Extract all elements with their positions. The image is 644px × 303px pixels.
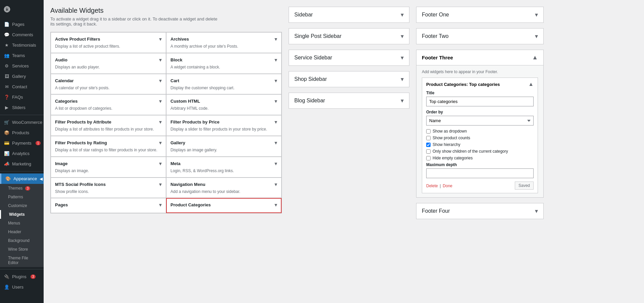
sidebar-toggle-icon: ▲ <box>532 54 538 61</box>
widget-categories[interactable]: Categories ▾ A list or dropdown of categ… <box>51 94 166 115</box>
submenu-themefile[interactable]: Theme File Editor <box>0 254 44 267</box>
delete-link[interactable]: Delete <box>426 184 438 188</box>
admin-menu: 🅦 📄Pages 💬Comments ★Testimonials 👥Teams … <box>0 0 44 303</box>
plugins-badge: 3 <box>31 274 36 279</box>
widget-meta[interactable]: Meta ▾ Login, RSS, & WordPress.org links… <box>166 157 282 178</box>
show-hierarchy-checkbox[interactable] <box>426 143 431 147</box>
sidebar-header-footer-two[interactable]: Footer Two ▾ <box>416 29 543 44</box>
sidebar-header-sidebar[interactable]: Sidebar ▾ <box>289 7 409 22</box>
expand-icon: ▾ <box>275 78 277 84</box>
hide-empty-row: Hide empty categories <box>426 156 534 160</box>
submenu-themes[interactable]: Themes 3 <box>0 184 44 193</box>
sidebar-header-footer-three[interactable]: Footer Three ▲ <box>416 50 543 65</box>
widget-active-product-filters[interactable]: Active Product Filters ▾ Display a list … <box>51 32 166 53</box>
wp-logo: 🅦 <box>0 3 44 16</box>
widget-image[interactable]: Image ▾ Displays an image. <box>51 157 166 178</box>
hide-empty-label: Hide empty categories <box>433 156 473 160</box>
sidebar-header-single-post[interactable]: Single Post Sidebar ▾ <box>289 29 409 44</box>
sidebar-item-sliders[interactable]: ▶Sliders <box>0 102 44 113</box>
sidebar-item-appearance[interactable]: 🎨 Appearance ◀ <box>0 173 44 184</box>
expand-icon: ▾ <box>275 140 277 146</box>
sidebar-item-marketing[interactable]: 📣Marketing <box>0 159 44 169</box>
widget-audio[interactable]: Audio ▾ Displays an audio player. <box>51 53 166 74</box>
max-depth-input[interactable] <box>426 168 534 178</box>
order-by-label: Order by <box>426 110 534 114</box>
sidebar-item-services[interactable]: ⚙Services <box>0 61 44 71</box>
sidebar-header-service[interactable]: Service Sidebar ▾ <box>289 50 409 65</box>
users-icon: 👤 <box>4 285 9 290</box>
sidebar-item-analytics[interactable]: 📊Analytics <box>0 148 44 159</box>
sidebar-item-contact[interactable]: ✉Contact <box>0 82 44 92</box>
sidebar-title: Service Sidebar <box>294 55 332 61</box>
sidebar-item-label: FAQs <box>12 95 23 100</box>
submenu-background[interactable]: Background <box>0 236 44 245</box>
sidebar-header-footer-four[interactable]: Footer Four ▾ <box>416 203 543 219</box>
marketing-icon: 📣 <box>4 161 9 166</box>
widget-filter-price[interactable]: Filter Products by Price ▾ Display a sli… <box>166 115 282 136</box>
sidebar-item-pages[interactable]: 📄Pages <box>0 19 44 30</box>
right-footers: Footer One ▾ Footer Two ▾ Footer Three ▲… <box>416 7 544 222</box>
hide-empty-checkbox[interactable] <box>426 156 431 160</box>
sidebar-item-label: Pages <box>12 22 24 27</box>
sidebar-area-service: Service Sidebar ▾ <box>289 50 409 66</box>
sidebar-item-teams[interactable]: 👥Teams <box>0 50 44 61</box>
widget-archives[interactable]: Archives ▾ A monthly archive of your sit… <box>166 32 282 53</box>
sidebar-title: Single Post Sidebar <box>294 33 342 39</box>
sidebar-item-faqs[interactable]: ❓FAQs <box>0 92 44 102</box>
submenu-header[interactable]: Header <box>0 228 44 236</box>
show-dropdown-checkbox[interactable] <box>426 129 431 134</box>
appearance-icon: 🎨 <box>5 176 11 181</box>
services-icon: ⚙ <box>4 63 9 68</box>
widget-mts-social[interactable]: MTS Social Profile Icons ▾ Show profile … <box>51 178 166 198</box>
expand-icon: ▾ <box>275 57 277 63</box>
sidebar-item-gallery[interactable]: 🖼Gallery <box>0 71 44 82</box>
sidebar-item-testimonials[interactable]: ★Testimonials <box>0 40 44 50</box>
submenu-menus[interactable]: Menus <box>0 219 44 228</box>
title-field-row: Title <box>426 91 534 106</box>
sidebar-item-products[interactable]: 📦Products <box>0 128 44 138</box>
teams-icon: 👥 <box>4 53 9 58</box>
widget-pages[interactable]: Pages ▾ <box>51 198 166 213</box>
widget-product-categories[interactable]: Product Categories ▾ <box>166 198 282 213</box>
sidebar-header-shop[interactable]: Shop Sidebar ▾ <box>289 71 409 87</box>
sidebar-toggle-icon: ▾ <box>401 33 404 40</box>
comments-icon: 💬 <box>4 32 9 37</box>
contact-icon: ✉ <box>4 84 9 89</box>
widget-filter-attribute[interactable]: Filter Products by Attribute ▾ Display a… <box>51 115 166 136</box>
widget-gallery[interactable]: Gallery ▾ Displays an image gallery. <box>166 136 282 157</box>
expand-icon: ▾ <box>275 98 277 104</box>
show-count-checkbox[interactable] <box>426 136 431 140</box>
submenu-customize[interactable]: Customize <box>0 201 44 210</box>
widget-navigation-menu[interactable]: Navigation Menu ▾ Add a navigation menu … <box>166 178 282 198</box>
order-by-select[interactable]: Name ID Slug Count Term Group <box>426 116 534 125</box>
only-children-checkbox[interactable] <box>426 149 431 154</box>
submenu-widgets[interactable]: Widgets <box>0 210 44 219</box>
submenu-winestore[interactable]: Wine Store <box>0 245 44 254</box>
sidebar-header-footer-one[interactable]: Footer One ▾ <box>416 7 543 22</box>
expand-icon: ▾ <box>275 181 277 188</box>
expand-icon: ▾ <box>159 98 162 104</box>
widget-form-toggle-icon[interactable]: ▲ <box>528 81 534 87</box>
max-depth-label: Maximum depth <box>426 162 534 167</box>
sidebar-item-label: Marketing <box>12 161 31 166</box>
payments-icon: 💳 <box>4 141 9 146</box>
sidebar-area-footer-two: Footer Two ▾ <box>416 28 544 44</box>
sidebar-item-woocommerce[interactable]: 🛒WooCommerce <box>0 117 44 128</box>
title-field-input[interactable] <box>426 97 534 106</box>
done-link[interactable]: Done <box>443 184 452 188</box>
widget-calendar[interactable]: Calendar ▾ A calendar of your site's pos… <box>51 74 166 95</box>
sidebar-item-comments[interactable]: 💬Comments <box>0 30 44 40</box>
widget-cart[interactable]: Cart ▾ Display the customer shopping car… <box>166 74 282 95</box>
submenu-patterns[interactable]: Patterns <box>0 193 44 201</box>
sidebar-item-label: Gallery <box>12 74 26 79</box>
sidebar-area-footer-three: Footer Three ▲ Add widgets here to appea… <box>416 50 544 198</box>
sidebar-item-plugins[interactable]: 🔌Plugins3 <box>0 271 44 282</box>
widget-custom-html[interactable]: Custom HTML ▾ Arbitrary HTML code. <box>166 94 282 115</box>
sidebar-item-users[interactable]: 👤Users <box>0 282 44 292</box>
sidebar-toggle-icon: ▾ <box>535 11 538 18</box>
widget-block[interactable]: Block ▾ A widget containing a block. <box>166 53 282 74</box>
sidebar-header-blog[interactable]: Blog Sidebar ▾ <box>289 93 409 108</box>
widget-filter-rating[interactable]: Filter Products by Rating ▾ Display a li… <box>51 136 166 157</box>
themes-badge: 3 <box>25 186 31 191</box>
sidebar-item-payments[interactable]: 💳Payments1 <box>0 138 44 148</box>
